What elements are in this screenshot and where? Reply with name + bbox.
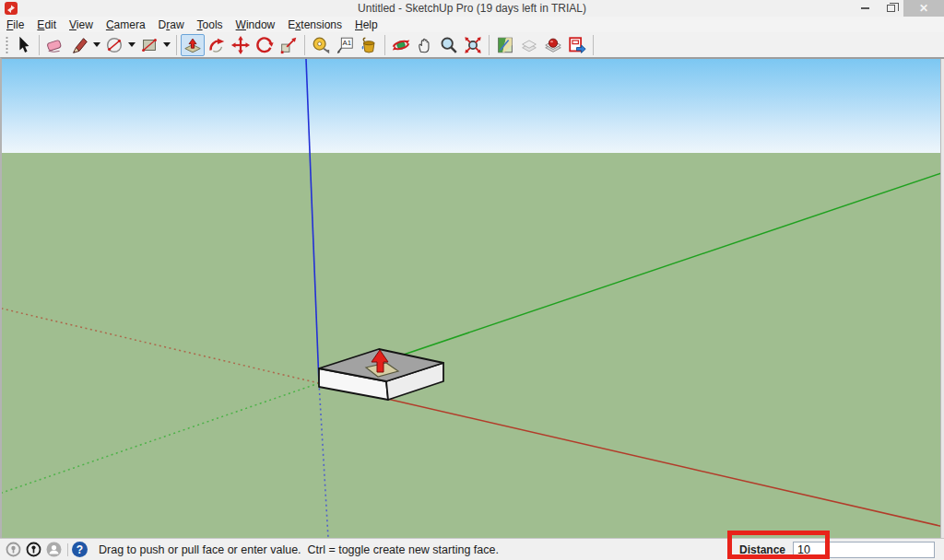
- toggle-terrain-icon: [519, 35, 539, 55]
- rectangle-icon: [139, 35, 159, 55]
- menu-draw[interactable]: Draw: [159, 18, 184, 31]
- measurement-box: Distance: [730, 542, 938, 558]
- measurement-separator: [730, 543, 731, 556]
- paint-bucket-tool-button[interactable]: [357, 34, 381, 56]
- minimize-button[interactable]: [852, 0, 878, 17]
- move-icon: [230, 35, 251, 55]
- chevron-down-icon: [128, 42, 136, 47]
- menu-edit[interactable]: Edit: [37, 18, 56, 31]
- credit-attribution-icon[interactable]: [26, 542, 41, 557]
- restore-button[interactable]: [878, 0, 903, 17]
- pan-hand-icon: [415, 35, 435, 55]
- line-tool-button[interactable]: [67, 34, 91, 56]
- rotate-tool-button[interactable]: [253, 34, 277, 56]
- sketchup-window: Untitled - SketchUp Pro (19 days left in…: [0, 0, 944, 560]
- add-location-map-icon: [495, 35, 515, 55]
- chevron-down-icon: [93, 42, 100, 47]
- toggle-terrain-button[interactable]: [517, 34, 541, 56]
- status-bar: ? Drag to push or pull face or enter val…: [0, 538, 944, 560]
- chevron-down-icon: [163, 42, 171, 47]
- green-axis-dotted: [2, 383, 319, 493]
- toolbar-separator: [384, 35, 385, 55]
- menu-window[interactable]: Window: [236, 18, 276, 31]
- green-axis-solid: [319, 172, 944, 383]
- red-axis-solid: [319, 383, 944, 527]
- text-label-icon: A1: [335, 35, 355, 55]
- zoom-tool-button[interactable]: [437, 34, 461, 56]
- add-location-button[interactable]: [493, 34, 517, 56]
- eraser-icon: [45, 35, 65, 55]
- dimension-text-tool-button[interactable]: A1: [333, 34, 357, 56]
- menu-extensions[interactable]: Extensions: [288, 18, 342, 31]
- close-button[interactable]: ✕: [903, 0, 944, 17]
- window-title: Untitled - SketchUp Pro (19 days left in…: [0, 2, 944, 15]
- push-pull-icon: [183, 35, 203, 55]
- eraser-tool-button[interactable]: [43, 34, 67, 56]
- follow-me-tool-button[interactable]: [205, 34, 229, 56]
- status-separator: [67, 543, 68, 556]
- menu-help[interactable]: Help: [355, 18, 378, 31]
- follow-me-icon: [206, 35, 227, 55]
- rectangle-tool-button[interactable]: [137, 34, 161, 56]
- scale-icon: [278, 35, 299, 55]
- red-axis-dotted: [2, 309, 319, 383]
- pencil-icon: [69, 35, 89, 55]
- line-tool-dropdown[interactable]: [91, 34, 102, 56]
- scale-tool-button[interactable]: [277, 34, 301, 56]
- send-to-layout-button[interactable]: [565, 34, 589, 56]
- tape-measure-tool-button[interactable]: [309, 34, 333, 56]
- menu-view[interactable]: View: [69, 18, 93, 31]
- toolbar-separator: [489, 35, 490, 55]
- restore-icon: [887, 5, 895, 12]
- drawing-viewport[interactable]: [0, 57, 944, 538]
- zoom-extents-tool-button[interactable]: [461, 34, 485, 56]
- orbit-tool-button[interactable]: [389, 34, 413, 56]
- pan-tool-button[interactable]: [413, 34, 437, 56]
- arc-tool-button[interactable]: [102, 34, 126, 56]
- menu-bar: File Edit View Camera Draw Tools Window …: [0, 17, 944, 32]
- menu-file[interactable]: File: [6, 18, 24, 31]
- viewport-right-border: [940, 59, 944, 538]
- toolbar-gripper[interactable]: [4, 35, 9, 55]
- photo-textures-icon: [543, 35, 563, 55]
- photo-textures-button[interactable]: [541, 34, 565, 56]
- measurement-input[interactable]: [793, 542, 935, 558]
- send-to-layout-icon: [567, 35, 587, 55]
- toolbar-separator: [593, 35, 594, 55]
- svg-text:A1: A1: [343, 39, 352, 47]
- close-icon: ✕: [919, 2, 928, 15]
- toolbar: A1: [0, 32, 944, 57]
- blue-axis-solid: [306, 59, 319, 383]
- menu-tools[interactable]: Tools: [197, 18, 223, 31]
- arc-icon: [104, 35, 124, 55]
- toolbar-separator: [176, 35, 177, 55]
- rectangle-tool-dropdown[interactable]: [161, 34, 172, 56]
- sketchup-logo-icon: [5, 2, 18, 15]
- move-tool-button[interactable]: [229, 34, 253, 56]
- model-scene: [2, 59, 944, 538]
- help-icon[interactable]: ?: [72, 542, 88, 557]
- title-bar: Untitled - SketchUp Pro (19 days left in…: [0, 0, 944, 17]
- select-tool-button[interactable]: [11, 34, 35, 56]
- sign-in-icon[interactable]: [46, 542, 62, 557]
- status-hint-text: Drag to push or pull face or enter value…: [99, 543, 499, 556]
- rotate-icon: [254, 35, 275, 55]
- window-controls: ✕: [852, 0, 944, 17]
- paint-bucket-icon: [359, 35, 379, 55]
- toolbar-separator: [304, 35, 305, 55]
- measurement-label: Distance: [739, 543, 785, 556]
- toolbar-separator: [39, 35, 40, 55]
- minimize-icon: [861, 7, 869, 9]
- push-pull-tool-button[interactable]: [181, 34, 205, 56]
- menu-camera[interactable]: Camera: [106, 18, 146, 31]
- select-arrow-icon: [13, 35, 33, 55]
- geolocation-icon[interactable]: [6, 542, 21, 557]
- tape-measure-icon: [311, 35, 331, 55]
- arc-tool-dropdown[interactable]: [126, 34, 137, 56]
- zoom-extents-icon: [463, 35, 483, 55]
- zoom-magnifier-icon: [439, 35, 459, 55]
- orbit-icon: [391, 35, 411, 55]
- blue-axis-dotted: [319, 383, 328, 538]
